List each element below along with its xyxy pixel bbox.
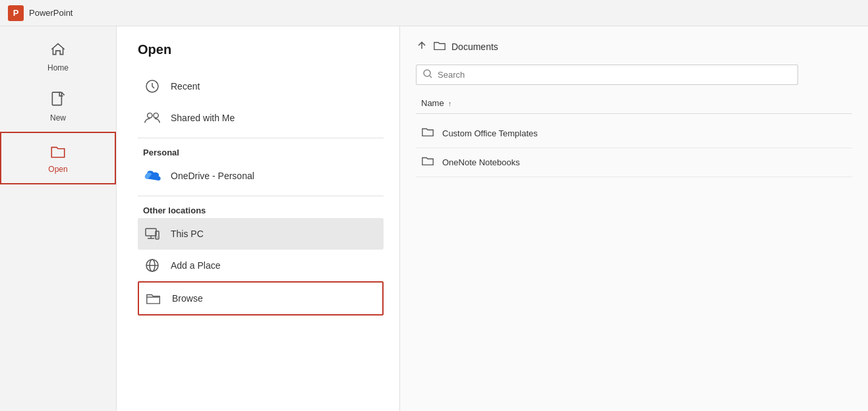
file-panel: Documents Name ↑ xyxy=(400,26,868,411)
new-icon xyxy=(49,91,67,111)
nav-onedrive[interactable]: OneDrive - Personal xyxy=(138,160,384,192)
nav-browse-label: Browse xyxy=(172,293,203,304)
file-name-onenote: OneNote Notebooks xyxy=(442,157,520,167)
sidebar: Home New Open xyxy=(0,26,117,411)
section-personal-label: Personal xyxy=(138,142,384,160)
svg-point-3 xyxy=(154,113,158,118)
file-row-custom-templates[interactable]: Custom Office Templates xyxy=(416,119,852,148)
nav-shared-label: Shared with Me xyxy=(171,113,235,123)
browse-icon xyxy=(144,289,163,308)
col-name-header: Name xyxy=(421,98,444,108)
nav-thispc-label: This PC xyxy=(171,229,204,239)
folder-icon-custom xyxy=(421,126,434,141)
sidebar-open-label: Open xyxy=(48,165,67,174)
sidebar-new-label: New xyxy=(50,113,66,123)
sidebar-home-label: Home xyxy=(47,63,69,72)
sidebar-item-open[interactable]: Open xyxy=(0,132,116,184)
section-other-label: Other locations xyxy=(138,200,384,218)
title-bar: P PowerPoint xyxy=(0,0,868,26)
svg-rect-0 xyxy=(52,92,61,105)
file-name-custom: Custom Office Templates xyxy=(442,128,538,138)
folder-icon-onenote xyxy=(421,155,434,170)
addplace-icon xyxy=(143,256,161,275)
app-logo: P xyxy=(8,5,24,21)
column-header-row: Name ↑ xyxy=(416,96,852,114)
nav-shared[interactable]: Shared with Me xyxy=(138,102,384,134)
nav-addplace-label: Add a Place xyxy=(171,260,221,271)
nav-recent[interactable]: Recent xyxy=(138,70,384,102)
home-icon xyxy=(49,41,67,61)
sidebar-item-home[interactable]: Home xyxy=(0,32,116,82)
svg-rect-5 xyxy=(156,231,159,239)
file-row-onenote[interactable]: OneNote Notebooks xyxy=(416,148,852,177)
svg-rect-4 xyxy=(146,229,156,236)
breadcrumb-path: Documents xyxy=(451,41,498,52)
svg-point-8 xyxy=(424,70,430,76)
search-icon xyxy=(423,69,432,80)
open-title: Open xyxy=(138,42,384,57)
nav-addplace[interactable]: Add a Place xyxy=(138,250,384,281)
sidebar-item-new[interactable]: New xyxy=(0,82,116,132)
breadcrumb-folder-icon xyxy=(433,40,446,54)
separator-personal xyxy=(138,138,384,138)
nav-onedrive-label: OneDrive - Personal xyxy=(171,171,254,181)
nav-browse[interactable]: Browse xyxy=(138,281,384,315)
main-layout: Home New Open Open xyxy=(0,26,868,411)
sort-asc-icon[interactable]: ↑ xyxy=(448,99,452,107)
breadcrumb-up-icon[interactable] xyxy=(416,40,428,54)
search-input[interactable] xyxy=(438,70,791,80)
app-name: PowerPoint xyxy=(29,8,72,18)
shared-icon xyxy=(143,109,161,127)
nav-thispc[interactable]: This PC xyxy=(138,218,384,250)
svg-point-2 xyxy=(148,113,152,118)
nav-recent-label: Recent xyxy=(171,81,200,92)
onedrive-icon xyxy=(143,167,161,185)
search-bar xyxy=(416,65,798,85)
open-icon xyxy=(49,142,67,162)
recent-icon xyxy=(143,77,161,96)
content-area: Open Recent xyxy=(117,26,868,411)
breadcrumb-row: Documents xyxy=(416,40,852,54)
separator-other xyxy=(138,196,384,196)
open-panel: Open Recent xyxy=(117,26,400,411)
file-list: Custom Office Templates OneNote Notebook… xyxy=(416,119,852,177)
thispc-icon xyxy=(143,225,161,243)
